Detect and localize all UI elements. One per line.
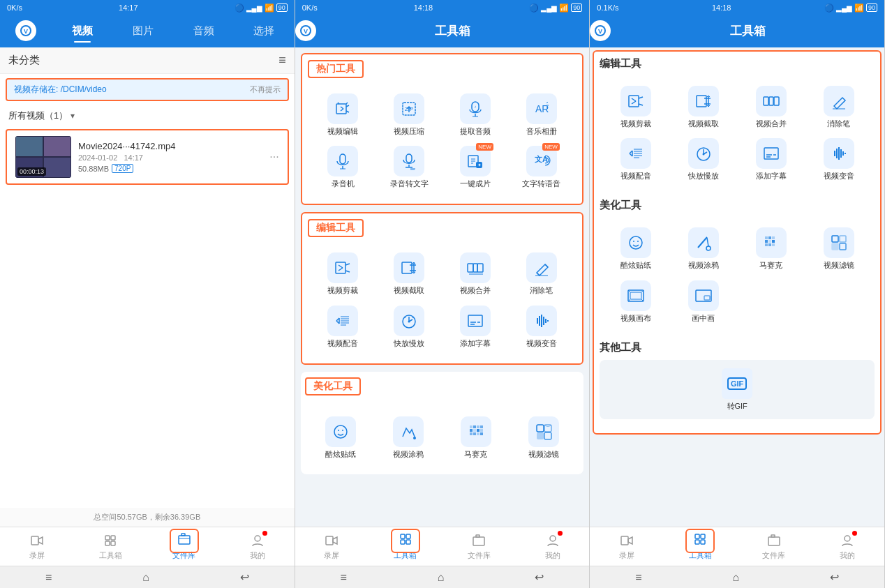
tool-dub-2[interactable]: 视频配音	[312, 303, 374, 351]
logo-icon-3: V	[594, 24, 607, 37]
top-nav-2: V 工具箱	[295, 15, 590, 47]
tab-tools-1[interactable]: 工具箱	[73, 527, 147, 566]
svg-text:V: V	[24, 28, 28, 35]
svg-rect-169	[840, 243, 846, 250]
sys-back-btn-2[interactable]: ↩	[535, 571, 544, 584]
tool-speed-label-3: 快放慢放	[688, 172, 719, 181]
sys-home-btn-3[interactable]: ⌂	[733, 571, 740, 584]
tab-mine-1[interactable]: 我的	[221, 527, 294, 566]
sys-back-btn-1[interactable]: ↩	[240, 571, 249, 584]
tab-mine-2[interactable]: 我的	[516, 527, 589, 566]
svg-rect-100	[537, 425, 544, 432]
alert-dismiss-btn[interactable]: 不再提示	[250, 84, 281, 95]
bt-icon-2: 🔵	[529, 3, 539, 13]
tool-speed-2[interactable]: 快放慢放	[378, 303, 440, 351]
filter-icon	[535, 423, 553, 441]
tool-erase-3[interactable]: 消除笔	[807, 83, 870, 131]
tool-speed-3[interactable]: 快放慢放	[671, 135, 735, 183]
sys-home-btn-2[interactable]: ⌂	[438, 571, 445, 584]
tool-merge-2[interactable]: 视频合并	[445, 250, 507, 298]
svg-rect-54	[468, 264, 473, 272]
tool-sticker-3[interactable]: 酷炫贴纸	[604, 225, 667, 273]
video-list-item[interactable]: 00:00:13 Movie2024···41742.mp4 2024-01-0…	[6, 129, 289, 185]
tool-pip-3[interactable]: 画中画	[671, 278, 735, 326]
hot-tools-title: 热门工具	[308, 60, 364, 78]
tool-audio-extract[interactable]: ♪ 提取音频	[445, 91, 507, 139]
tool-erase-2[interactable]: 消除笔	[510, 250, 572, 298]
sys-back-btn-3[interactable]: ↩	[830, 571, 839, 584]
tool-graffiti-3[interactable]: 视频涂鸦	[671, 225, 735, 273]
graffiti-icon	[399, 423, 417, 441]
svg-rect-109	[406, 540, 410, 544]
tab-tools-3[interactable]: 工具箱	[664, 527, 737, 566]
tab-record-2[interactable]: 录屏	[295, 527, 369, 566]
tool-mosaic-2[interactable]: 马赛克	[445, 414, 508, 462]
tool-canvas-3[interactable]: 视频画布	[604, 278, 667, 326]
tool-one-key[interactable]: ✦ NEW 一键成片	[445, 143, 507, 191]
tool-filter-3[interactable]: 视频滤镜	[807, 225, 870, 273]
svg-text:V: V	[598, 28, 602, 35]
tool-recorder-label: 录音机	[332, 179, 355, 188]
tab-record-1[interactable]: 录屏	[0, 527, 73, 566]
tool-video-compress-label: 视频压缩	[394, 127, 424, 136]
tab-tools-2[interactable]: 工具箱	[369, 527, 442, 566]
svg-rect-97	[480, 425, 483, 428]
tab-files-2[interactable]: 文件库	[442, 527, 516, 566]
tool-recorder[interactable]: 录音机	[312, 143, 374, 191]
nav-photo-tab[interactable]: 图片	[128, 23, 158, 39]
tool-graffiti-2[interactable]: 视频涂鸦	[377, 414, 440, 462]
tool-voice-change-2[interactable]: 视频变音	[510, 303, 572, 351]
capture-icon	[400, 259, 418, 277]
tool-cut-2[interactable]: 视频剪裁	[312, 250, 374, 298]
nav-video-tab[interactable]: 视频	[68, 23, 97, 39]
svg-point-87	[413, 437, 416, 439]
tool-subtitle-3[interactable]: 添加字幕	[739, 135, 803, 183]
tool-gif-label-3: 转GIF	[727, 402, 748, 411]
tab-mine-3[interactable]: 我的	[811, 527, 884, 566]
svg-line-48	[339, 265, 343, 268]
tool-music-album[interactable]: AR 音乐相册	[510, 91, 572, 139]
video-more-btn[interactable]: ···	[269, 151, 278, 163]
tool-dub-3[interactable]: 视频配音	[604, 135, 667, 183]
sys-menu-btn-1[interactable]: ≡	[45, 571, 52, 584]
sys-menu-btn-2[interactable]: ≡	[341, 571, 347, 584]
tool-sticker-label-3: 酷炫贴纸	[620, 261, 651, 270]
svg-rect-174	[621, 536, 628, 545]
one-key-icon-wrap: ✦ NEW	[460, 146, 491, 176]
sys-menu-btn-3[interactable]: ≡	[635, 571, 641, 584]
tool-subtitle-2[interactable]: 添加字幕	[445, 303, 507, 351]
tool-gif-3[interactable]: GIF 转GIF	[604, 365, 870, 414]
top-nav-3: V 工具箱	[590, 15, 884, 47]
tool-speech-text[interactable]: 录音转文字	[378, 143, 440, 191]
new-badge-onekey: NEW	[476, 143, 493, 151]
tool-merge-3[interactable]: 视频合并	[739, 83, 803, 131]
tab-tools-label-1: 工具箱	[99, 550, 122, 561]
sys-home-btn-1[interactable]: ⌂	[142, 571, 149, 584]
tool-filter-2[interactable]: 视频滤镜	[512, 414, 575, 462]
tool-video-compress[interactable]: ZIP 视频压缩	[378, 91, 440, 139]
tab-files-1[interactable]: 文件库	[147, 527, 221, 566]
nav-audio-tab[interactable]: 音频	[189, 23, 218, 39]
tab-mine-label-1: 我的	[250, 550, 265, 561]
tool-capture-3[interactable]: 视频截取	[671, 83, 735, 131]
tab-record-3[interactable]: 录屏	[590, 527, 663, 566]
canvas-icon-wrap-3	[620, 280, 651, 311]
bottom-tabs-2: 录屏 工具箱 文	[295, 527, 590, 566]
tool-voice-3[interactable]: 视频变音	[807, 135, 870, 183]
tool-text-speech[interactable]: 文A NEW 文字转语音	[510, 143, 572, 191]
tool-cut-3[interactable]: 视频剪裁	[604, 83, 667, 131]
tool-erase-label-3: 消除笔	[827, 119, 850, 128]
tool-sticker-2[interactable]: 酷炫贴纸	[309, 414, 373, 462]
svg-rect-161	[768, 240, 771, 243]
svg-rect-171	[630, 292, 641, 299]
expand-arrow-icon[interactable]: ▾	[70, 111, 75, 121]
tab-files-3[interactable]: 文件库	[737, 527, 810, 566]
tool-capture-2[interactable]: 视频截取	[378, 250, 440, 298]
menu-icon[interactable]: ≡	[278, 53, 286, 68]
speech-text-icon-wrap	[394, 146, 424, 176]
tool-mosaic-3[interactable]: 马赛克	[739, 225, 803, 273]
files-svg-icon-2	[471, 533, 486, 548]
nav-select-tab[interactable]: 选择	[249, 23, 278, 39]
tool-video-edit[interactable]: 视频编辑	[312, 91, 374, 139]
wifi-icon: 📶	[265, 3, 274, 13]
